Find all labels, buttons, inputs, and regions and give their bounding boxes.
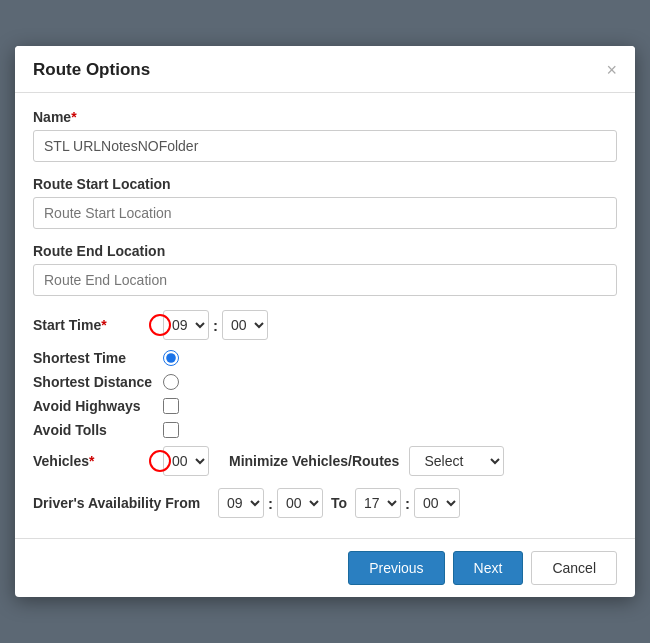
drivers-from-min-select[interactable]: 00 15 30 (277, 488, 323, 518)
avoid-tolls-label: Avoid Tolls (33, 422, 163, 438)
drivers-to-min-select[interactable]: 00 15 30 (414, 488, 460, 518)
route-start-label: Route Start Location (33, 176, 617, 192)
shortest-distance-row: Shortest Distance (33, 374, 617, 390)
route-start-input[interactable] (33, 197, 617, 229)
route-end-input[interactable] (33, 264, 617, 296)
start-time-min-select[interactable]: 00 05 10 15 (222, 310, 268, 340)
name-group: Name* (33, 109, 617, 162)
vehicles-row: Vehicles* 00 01 02 05 Minimize Vehicles/… (33, 446, 617, 476)
modal-overlay: Route Options × Name* Route Start Locati… (0, 0, 650, 643)
start-time-hour-select[interactable]: 09 10 11 12 (163, 310, 209, 340)
avoid-highways-row: Avoid Highways (33, 398, 617, 414)
shortest-time-radio[interactable] (163, 350, 179, 366)
route-options-modal: Route Options × Name* Route Start Locati… (15, 46, 635, 597)
route-start-group: Route Start Location (33, 176, 617, 229)
drivers-to-hour-select[interactable]: 17 18 16 (355, 488, 401, 518)
modal-header: Route Options × (15, 46, 635, 93)
start-time-row: Start Time* 09 10 11 12 : 00 05 10 15 (33, 310, 617, 340)
modal-body: Name* Route Start Location Route End Loc… (15, 93, 635, 538)
route-end-label: Route End Location (33, 243, 617, 259)
shortest-distance-radio[interactable] (163, 374, 179, 390)
avoid-highways-label: Avoid Highways (33, 398, 163, 414)
avoid-highways-checkbox[interactable] (163, 398, 179, 414)
route-end-group: Route End Location (33, 243, 617, 296)
time-colon-2: : (268, 495, 273, 512)
start-time-label: Start Time* (33, 317, 163, 333)
shortest-time-row: Shortest Time (33, 350, 617, 366)
minimize-select[interactable]: Select Option 1 Option 2 (409, 446, 504, 476)
name-input[interactable] (33, 130, 617, 162)
vehicles-select[interactable]: 00 01 02 05 (163, 446, 209, 476)
modal-title: Route Options (33, 60, 150, 80)
shortest-time-label: Shortest Time (33, 350, 163, 366)
modal-footer: Previous Next Cancel (15, 538, 635, 597)
shortest-distance-label: Shortest Distance (33, 374, 163, 390)
time-colon-3: : (405, 495, 410, 512)
time-colon-1: : (213, 317, 218, 334)
drivers-avail-label: Driver's Availability From (33, 495, 218, 511)
previous-button[interactable]: Previous (348, 551, 444, 585)
vehicles-label: Vehicles* (33, 453, 163, 469)
avoid-tolls-checkbox[interactable] (163, 422, 179, 438)
avoid-tolls-row: Avoid Tolls (33, 422, 617, 438)
minimize-label: Minimize Vehicles/Routes (229, 453, 399, 469)
drivers-from-hour-select[interactable]: 09 10 08 (218, 488, 264, 518)
close-button[interactable]: × (606, 61, 617, 79)
to-label: To (331, 495, 347, 511)
name-required: * (71, 109, 76, 125)
next-button[interactable]: Next (453, 551, 524, 585)
cancel-button[interactable]: Cancel (531, 551, 617, 585)
drivers-availability-row: Driver's Availability From 09 10 08 : 00… (33, 488, 617, 518)
name-label: Name* (33, 109, 617, 125)
